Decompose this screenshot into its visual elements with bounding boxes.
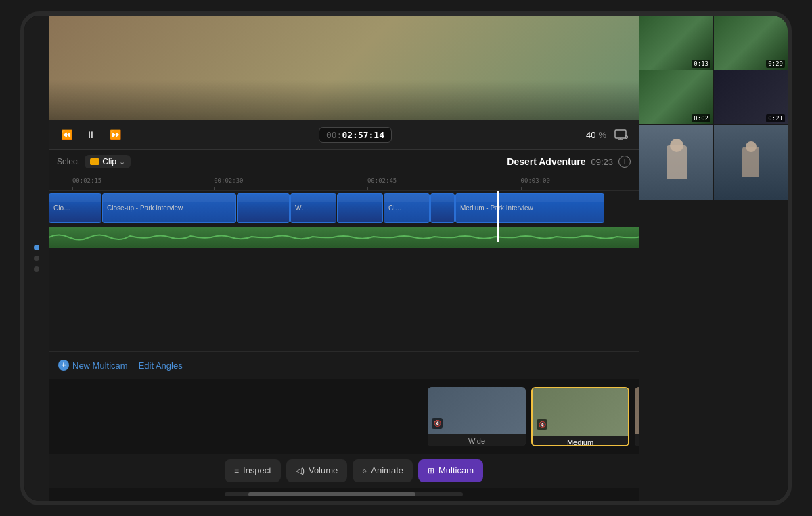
new-multicam-label: New Multicam [72, 360, 128, 371]
angle-thumb-medium[interactable]: 🔇 Medium [531, 387, 629, 446]
video-track-inner: Clo… Close-up - Park Interview [49, 193, 639, 223]
tc-label-4: 0:21 [766, 114, 785, 122]
angle-thumb-closeup[interactable]: 🔇 Close-up [635, 387, 639, 446]
ruler-mark-2: 00:02:30 [214, 177, 243, 184]
tc-label-3: 0:02 [692, 114, 710, 122]
inspect-button[interactable]: ≡ Inspect [225, 459, 281, 482]
track-clip-8[interactable]: Medium - Park Interview [455, 193, 604, 223]
device-frame: ⏪ ⏸ ⏩ 00:02:57:14 40 % [20, 11, 792, 505]
zoom-section: 40 % [586, 130, 606, 140]
tc-label-1: 0:13 [692, 60, 710, 68]
transport-bar: ⏪ ⏸ ⏩ 00:02:57:14 40 % [49, 120, 639, 150]
action-buttons: ≡ Inspect ◁) Volume ⟐ Animate ⊞ Multicam [49, 454, 639, 488]
video-area: ⏪ ⏸ ⏩ 00:02:57:14 40 % [49, 16, 639, 501]
track-clip-5[interactable] [337, 193, 383, 223]
svg-rect-0 [615, 130, 626, 138]
preview-section [49, 16, 639, 120]
select-clip-group: Select Clip ⌄ [57, 155, 131, 168]
zoom-value: 40 [586, 130, 595, 140]
timecode-display: 00:02:57:14 [319, 127, 392, 143]
multicam-button[interactable]: ⊞ Multicam [418, 459, 483, 482]
closeup-video: 🔇 [635, 387, 639, 434]
plus-icon: + [58, 360, 69, 371]
audio-track [49, 227, 639, 248]
right-panel: 0:13 0:29 0:02 0:21 [639, 16, 788, 501]
zoom-unit: % [598, 130, 606, 140]
wide-label: Wide [428, 434, 526, 446]
mute-icon-medium: 🔇 [537, 419, 547, 430]
multicam-toolbar: + New Multicam Edit Angles [49, 351, 639, 379]
multicam-icon: ⊞ [428, 466, 434, 475]
clip-icon [90, 158, 99, 165]
project-info: Desert Adventure 09:23 i [507, 156, 631, 168]
thumb-item-5[interactable] [639, 125, 713, 200]
clip-label-6: Cl… [388, 204, 401, 212]
wide-video: 🔇 [428, 387, 526, 434]
left-strip [24, 16, 49, 501]
clip-text: Clip [102, 157, 116, 166]
thumb-item-4[interactable]: 0:21 [714, 70, 788, 124]
timeline-ruler: 00:02:15 00:02:30 00:02:45 00:03:00 [49, 174, 639, 191]
rewind-button[interactable]: ⏪ [57, 125, 76, 144]
tc-label-2: 0:29 [766, 60, 785, 68]
left-dot-1 [34, 245, 39, 250]
edit-angles-button[interactable]: Edit Angles [139, 360, 183, 371]
thumb-item-6[interactable] [714, 125, 788, 200]
volume-button[interactable]: ◁) Volume [286, 459, 347, 482]
clip-label-4: W… [295, 204, 308, 212]
track-clip-1[interactable]: Clo… [49, 193, 102, 223]
medium-label: Medium [533, 436, 628, 446]
animate-icon: ⟐ [362, 466, 367, 475]
track-clip-7[interactable] [430, 193, 455, 223]
angle-thumb-wide[interactable]: 🔇 Wide [428, 387, 526, 446]
project-duration: 09:23 [591, 157, 613, 167]
tc-main: 02:57:14 [342, 130, 384, 140]
track-clip-4[interactable]: W… [290, 193, 336, 223]
volume-icon: ◁) [296, 466, 304, 475]
closeup-label: Close-up [635, 434, 639, 446]
monitor-button[interactable] [612, 125, 631, 144]
project-title: Desert Adventure [507, 156, 585, 167]
track-clip-3[interactable] [237, 193, 290, 223]
mute-icon-wide: 🔇 [432, 418, 443, 429]
scrollbar-track[interactable] [225, 492, 463, 496]
ruler-mark-1: 00:02:15 [72, 177, 102, 184]
track-clip-6[interactable]: Cl… [384, 193, 430, 223]
scrollbar-area [49, 488, 639, 501]
timeline-section: Select Clip ⌄ Desert Adventure 09:23 i [49, 150, 639, 501]
pause-button[interactable]: ⏸ [81, 125, 100, 144]
thumbnail-grid: 0:13 0:29 0:02 0:21 [639, 16, 788, 200]
thumb-item-1[interactable]: 0:13 [639, 16, 713, 70]
animate-label: Animate [371, 465, 403, 475]
ruler-mark-3: 00:02:45 [367, 177, 397, 184]
clip-chevron: ⌄ [119, 158, 125, 166]
clip-label-1: Clo… [53, 204, 70, 212]
main-content: ⏪ ⏸ ⏩ 00:02:57:14 40 % [24, 16, 788, 501]
angle-thumbnails: 🔇 Wide 🔇 Medium 🔇 [49, 379, 639, 454]
clip-label-8: Medium - Park Interview [460, 204, 533, 212]
info-button[interactable]: i [618, 156, 631, 168]
left-dot-3 [34, 266, 39, 272]
left-dot-2 [34, 256, 39, 261]
thumb-item-2[interactable]: 0:29 [714, 16, 788, 70]
forward-button[interactable]: ⏩ [106, 125, 125, 144]
video-track: Clo… Close-up - Park Interview [49, 191, 639, 226]
medium-video: 🔇 [533, 388, 628, 436]
tc-prefix: 00: [326, 130, 342, 140]
inspect-icon: ≡ [234, 466, 239, 475]
thumb-item-3[interactable]: 0:02 [639, 70, 713, 124]
ruler-mark-4: 00:03:00 [521, 177, 550, 184]
multicam-label: Multicam [438, 465, 474, 475]
track-clip-2[interactable]: Close-up - Park Interview [102, 193, 236, 223]
volume-label: Volume [309, 465, 338, 475]
select-label: Select [57, 157, 79, 166]
animate-button[interactable]: ⟐ Animate [353, 459, 413, 482]
clip-selector[interactable]: Clip ⌄ [85, 155, 131, 168]
scrollbar-thumb[interactable] [248, 492, 415, 496]
clip-label-2: Close-up - Park Interview [107, 204, 183, 212]
timeline-header: Select Clip ⌄ Desert Adventure 09:23 i [49, 150, 639, 174]
new-multicam-button[interactable]: + New Multicam [58, 360, 128, 371]
timeline-tracks[interactable]: Clo… Close-up - Park Interview [49, 191, 639, 351]
inspect-label: Inspect [243, 465, 271, 475]
preview-video [49, 16, 639, 120]
